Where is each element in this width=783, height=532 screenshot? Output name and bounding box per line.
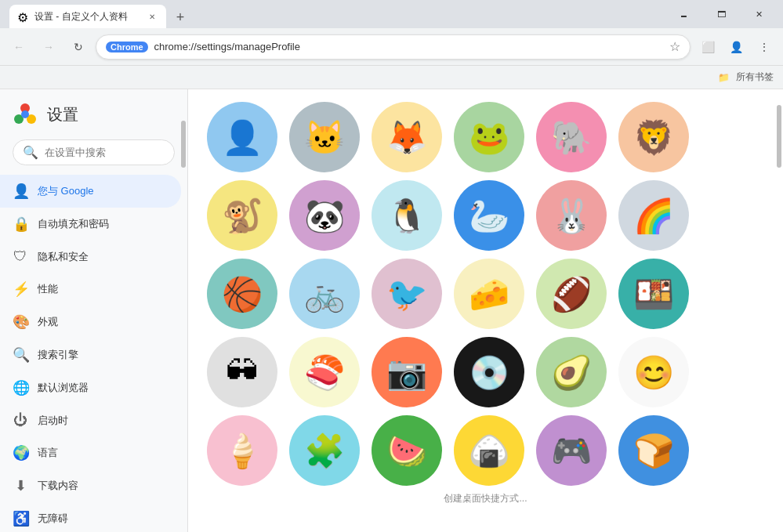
nav-icon-2: 🛡: [13, 248, 28, 265]
nav-icon-9: ⬇: [13, 477, 28, 494]
search-icon: 🔍: [23, 145, 38, 160]
bookmark-icon[interactable]: ☆: [669, 39, 680, 54]
sidebar-item-10[interactable]: ♿无障碍: [0, 502, 181, 532]
close-button[interactable]: ✕: [741, 0, 777, 28]
sidebar-item-7[interactable]: ⏻启动时: [0, 404, 181, 436]
svg-point-4: [21, 110, 29, 118]
settings-title: 设置: [47, 104, 78, 125]
content-scrollbar[interactable]: [777, 89, 781, 532]
sidebar-item-5[interactable]: 🔍搜索引擎: [0, 338, 181, 371]
avatar-circle-5[interactable]: 🦁: [618, 102, 689, 172]
nav-label-1: 自动填充和密码: [38, 217, 109, 231]
avatar-circle-24[interactable]: 🍦: [207, 415, 277, 486]
avatar-circle-18[interactable]: 🕶: [207, 337, 277, 407]
nav-icon-10: ♿: [13, 510, 28, 527]
nav-icon-7: ⏻: [13, 412, 28, 429]
tab-favicon-icon: ⚙: [17, 10, 30, 23]
avatar-circle-15[interactable]: 🧀: [454, 259, 524, 329]
avatar-circle-23[interactable]: 😊: [618, 337, 689, 407]
avatar-circle-16[interactable]: 🏈: [536, 259, 607, 329]
tab-title: 设置 - 自定义个人资料: [34, 10, 141, 24]
nav-label-10: 无障碍: [38, 512, 68, 526]
reload-button[interactable]: ↻: [66, 34, 91, 60]
avatar-circle-27[interactable]: 🍙: [454, 415, 524, 486]
nav-icon-0: 👤: [13, 183, 28, 200]
content-scroll-thumb: [777, 105, 781, 168]
nav-label-3: 性能: [38, 282, 58, 296]
avatar-circle-29[interactable]: 🍞: [618, 415, 689, 486]
avatar-circle-4[interactable]: 🐘: [536, 102, 607, 172]
sidebar-item-6[interactable]: 🌐默认浏览器: [0, 371, 181, 404]
sidebar-nav: 👤您与 Google🔒自动填充和密码🛡隐私和安全⚡性能🎨外观🔍搜索引擎🌐默认浏览…: [0, 172, 187, 532]
avatar-circle-8[interactable]: 🐧: [372, 180, 442, 251]
nav-label-5: 搜索引擎: [38, 348, 78, 362]
bottom-hint: 创建桌面快捷方式...: [207, 486, 764, 512]
nav-icon-3: ⚡: [13, 280, 28, 298]
sidebar-item-8[interactable]: 🌍语言: [0, 436, 181, 469]
avatar-circle-21[interactable]: 💿: [454, 337, 524, 407]
avatar-circle-3[interactable]: 🐸: [454, 102, 524, 172]
sidebar-item-2[interactable]: 🛡隐私和安全: [0, 241, 181, 273]
nav-label-6: 默认浏览器: [38, 381, 89, 395]
extensions-button[interactable]: ⬜: [695, 34, 720, 60]
nav-icon-1: 🔒: [13, 215, 28, 233]
avatar-circle-0[interactable]: 👤: [207, 102, 277, 172]
avatar-circle-14[interactable]: 🐦: [372, 259, 442, 329]
sidebar-item-4[interactable]: 🎨外观: [0, 306, 181, 338]
avatar-circle-22[interactable]: 🥑: [536, 337, 607, 407]
sidebar-item-9[interactable]: ⬇下载内容: [0, 469, 181, 502]
nav-icon-8: 🌍: [13, 444, 28, 461]
avatar-circle-11[interactable]: 🌈: [618, 180, 689, 251]
main-content: 设置 🔍 👤您与 Google🔒自动填充和密码🛡隐私和安全⚡性能🎨外观🔍搜索引擎…: [0, 89, 783, 532]
avatar-circle-1[interactable]: 🐱: [289, 102, 360, 172]
toolbar-right: ⬜ 👤 ⋮: [695, 34, 777, 60]
avatar-circle-26[interactable]: 🍉: [372, 415, 442, 486]
minimize-button[interactable]: 🗕: [665, 0, 701, 28]
address-bar[interactable]: Chrome chrome://settings/manageProfile ☆: [96, 34, 691, 60]
avatar-circle-12[interactable]: 🏀: [207, 259, 277, 329]
nav-label-2: 隐私和安全: [38, 250, 89, 264]
profile-button[interactable]: 👤: [723, 34, 749, 60]
sidebar: 设置 🔍 👤您与 Google🔒自动填充和密码🛡隐私和安全⚡性能🎨外观🔍搜索引擎…: [0, 89, 188, 532]
back-button[interactable]: ←: [6, 34, 31, 60]
nav-label-9: 下载内容: [38, 479, 78, 493]
nav-label-0: 您与 Google: [38, 184, 94, 198]
titlebar: ⚙ 设置 - 自定义个人资料 ✕ + 🗕 🗖 ✕: [0, 0, 783, 28]
sidebar-item-3[interactable]: ⚡性能: [0, 273, 181, 306]
avatar-circle-7[interactable]: 🐼: [289, 180, 360, 251]
avatar-circle-2[interactable]: 🦊: [372, 102, 442, 172]
sidebar-scrollbar[interactable]: [181, 89, 186, 532]
new-tab-button[interactable]: +: [169, 6, 191, 28]
avatar-circle-13[interactable]: 🚲: [289, 259, 360, 329]
nav-label-7: 启动时: [38, 414, 68, 428]
avatar-circle-25[interactable]: 🧩: [289, 415, 360, 486]
maximize-button[interactable]: 🗖: [703, 0, 739, 28]
menu-button[interactable]: ⋮: [752, 34, 777, 60]
sidebar-item-0[interactable]: 👤您与 Google: [0, 175, 181, 208]
avatar-grid-container: 👤🐱🦊🐸🐘🦁🐒🐼🐧🦢🐰🌈🏀🚲🐦🧀🏈🍱🕶🍣📷💿🥑😊🍦🧩🍉🍙🎮🍞 创建桌面快捷方式.…: [188, 89, 783, 524]
nav-icon-5: 🔍: [13, 346, 28, 364]
tab-area: ⚙ 设置 - 自定义个人资料 ✕ +: [6, 0, 662, 28]
settings-search-box[interactable]: 🔍: [13, 139, 175, 165]
avatar-circle-28[interactable]: 🎮: [536, 415, 607, 486]
sidebar-item-1[interactable]: 🔒自动填充和密码: [0, 208, 181, 241]
nav-label-4: 外观: [38, 315, 58, 329]
avatar-circle-19[interactable]: 🍣: [289, 337, 360, 407]
bookmarks-bar: 📁 所有书签: [0, 66, 783, 89]
nav-icon-6: 🌐: [13, 379, 28, 396]
settings-search-input[interactable]: [45, 147, 176, 158]
avatar-circle-9[interactable]: 🦢: [454, 180, 524, 251]
avatar-circle-10[interactable]: 🐰: [536, 180, 607, 251]
avatar-circle-6[interactable]: 🐒: [207, 180, 277, 251]
avatar-circle-20[interactable]: 📷: [372, 337, 442, 407]
toolbar: ← → ↻ Chrome chrome://settings/managePro…: [0, 28, 783, 66]
avatar-circle-17[interactable]: 🍱: [618, 259, 689, 329]
settings-header: 设置: [0, 89, 187, 133]
content-area: 👤🐱🦊🐸🐘🦁🐒🐼🐧🦢🐰🌈🏀🚲🐦🧀🏈🍱🕶🍣📷💿🥑😊🍦🧩🍉🍙🎮🍞 创建桌面快捷方式.…: [188, 89, 783, 532]
address-text: chrome://settings/manageProfile: [154, 41, 663, 52]
active-tab[interactable]: ⚙ 设置 - 自定义个人资料 ✕: [9, 5, 166, 28]
folder-icon: 📁: [718, 72, 730, 83]
all-bookmarks-label[interactable]: 所有书签: [736, 71, 774, 84]
forward-button[interactable]: →: [36, 34, 61, 60]
tab-close-button[interactable]: ✕: [146, 10, 158, 23]
